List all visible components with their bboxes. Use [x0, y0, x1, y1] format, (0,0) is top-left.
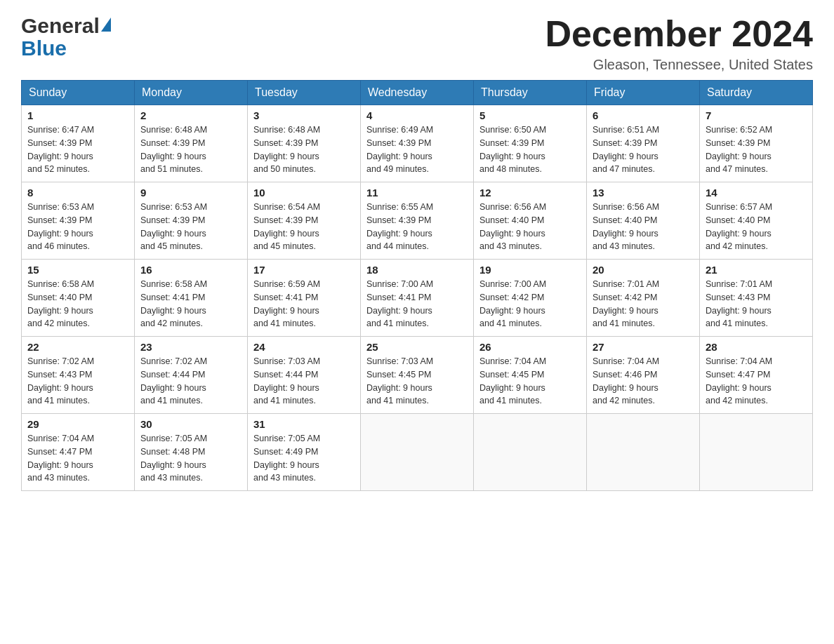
title-section: December 2024 Gleason, Tennessee, United…: [545, 14, 813, 73]
calendar-week-row: 29 Sunrise: 7:04 AMSunset: 4:47 PMDaylig…: [22, 414, 813, 491]
calendar-header-thursday: Thursday: [474, 81, 587, 105]
day-number: 21: [706, 264, 807, 276]
calendar-cell: 6 Sunrise: 6:51 AMSunset: 4:39 PMDayligh…: [587, 105, 700, 182]
day-info: Sunrise: 6:58 AMSunset: 4:40 PMDaylight:…: [27, 279, 94, 328]
day-number: 12: [479, 187, 581, 199]
day-info: Sunrise: 6:55 AMSunset: 4:39 PMDaylight:…: [366, 202, 433, 251]
calendar-cell: 13 Sunrise: 6:56 AMSunset: 4:40 PMDaylig…: [587, 182, 700, 260]
calendar-header-friday: Friday: [587, 81, 700, 105]
page-header: General Blue December 2024 Gleason, Tenn…: [21, 14, 813, 73]
calendar-cell: 14 Sunrise: 6:57 AMSunset: 4:40 PMDaylig…: [700, 182, 813, 260]
calendar-cell: 1 Sunrise: 6:47 AMSunset: 4:39 PMDayligh…: [22, 105, 135, 182]
day-number: 30: [140, 418, 241, 430]
day-info: Sunrise: 6:56 AMSunset: 4:40 PMDaylight:…: [479, 202, 546, 251]
day-info: Sunrise: 7:00 AMSunset: 4:41 PMDaylight:…: [366, 279, 433, 328]
calendar-cell: 18 Sunrise: 7:00 AMSunset: 4:41 PMDaylig…: [361, 260, 474, 337]
logo-triangle-icon: [101, 18, 111, 32]
month-title: December 2024: [545, 14, 813, 54]
calendar-header-saturday: Saturday: [700, 81, 813, 105]
day-info: Sunrise: 7:04 AMSunset: 4:47 PMDaylight:…: [27, 434, 94, 483]
day-number: 24: [253, 341, 355, 353]
day-info: Sunrise: 7:04 AMSunset: 4:46 PMDaylight:…: [593, 356, 659, 405]
calendar-header-sunday: Sunday: [22, 81, 135, 105]
calendar-cell: [474, 414, 587, 491]
calendar-cell: [361, 414, 474, 491]
day-info: Sunrise: 7:05 AMSunset: 4:48 PMDaylight:…: [140, 434, 207, 483]
calendar-cell: 20 Sunrise: 7:01 AMSunset: 4:42 PMDaylig…: [587, 260, 700, 337]
logo-general-text: General: [21, 14, 100, 38]
day-info: Sunrise: 7:00 AMSunset: 4:42 PMDaylight:…: [479, 279, 546, 328]
logo: General Blue: [21, 14, 111, 60]
day-info: Sunrise: 6:48 AMSunset: 4:39 PMDaylight:…: [140, 125, 207, 174]
calendar-cell: 28 Sunrise: 7:04 AMSunset: 4:47 PMDaylig…: [700, 337, 813, 414]
day-number: 9: [140, 187, 241, 199]
day-number: 15: [27, 264, 128, 276]
calendar-cell: 5 Sunrise: 6:50 AMSunset: 4:39 PMDayligh…: [474, 105, 587, 182]
logo-blue-text: Blue: [21, 36, 67, 60]
calendar-cell: 16 Sunrise: 6:58 AMSunset: 4:41 PMDaylig…: [135, 260, 248, 337]
calendar-cell: 31 Sunrise: 7:05 AMSunset: 4:49 PMDaylig…: [248, 414, 361, 491]
calendar-cell: 27 Sunrise: 7:04 AMSunset: 4:46 PMDaylig…: [587, 337, 700, 414]
calendar-cell: 29 Sunrise: 7:04 AMSunset: 4:47 PMDaylig…: [22, 414, 135, 491]
day-info: Sunrise: 6:54 AMSunset: 4:39 PMDaylight:…: [253, 202, 320, 251]
day-number: 25: [366, 341, 468, 353]
day-number: 3: [253, 109, 355, 121]
calendar-header-tuesday: Tuesday: [248, 81, 361, 105]
day-number: 28: [706, 341, 807, 353]
day-number: 18: [366, 264, 468, 276]
calendar-header-wednesday: Wednesday: [361, 81, 474, 105]
day-number: 6: [593, 109, 694, 121]
day-number: 11: [366, 187, 468, 199]
day-number: 7: [706, 109, 807, 121]
day-info: Sunrise: 7:03 AMSunset: 4:45 PMDaylight:…: [366, 356, 433, 405]
day-info: Sunrise: 7:01 AMSunset: 4:43 PMDaylight:…: [706, 279, 772, 328]
calendar-cell: 21 Sunrise: 7:01 AMSunset: 4:43 PMDaylig…: [700, 260, 813, 337]
calendar-cell: 3 Sunrise: 6:48 AMSunset: 4:39 PMDayligh…: [248, 105, 361, 182]
day-info: Sunrise: 7:01 AMSunset: 4:42 PMDaylight:…: [593, 279, 659, 328]
calendar-cell: 30 Sunrise: 7:05 AMSunset: 4:48 PMDaylig…: [135, 414, 248, 491]
calendar-cell: 19 Sunrise: 7:00 AMSunset: 4:42 PMDaylig…: [474, 260, 587, 337]
day-info: Sunrise: 7:05 AMSunset: 4:49 PMDaylight:…: [253, 434, 320, 483]
calendar-cell: 22 Sunrise: 7:02 AMSunset: 4:43 PMDaylig…: [22, 337, 135, 414]
day-number: 1: [27, 109, 128, 121]
day-number: 26: [479, 341, 581, 353]
day-info: Sunrise: 6:48 AMSunset: 4:39 PMDaylight:…: [253, 125, 320, 174]
calendar-week-row: 22 Sunrise: 7:02 AMSunset: 4:43 PMDaylig…: [22, 337, 813, 414]
day-number: 16: [140, 264, 241, 276]
day-info: Sunrise: 6:49 AMSunset: 4:39 PMDaylight:…: [366, 125, 433, 174]
calendar-cell: [587, 414, 700, 491]
day-info: Sunrise: 7:03 AMSunset: 4:44 PMDaylight:…: [253, 356, 320, 405]
day-info: Sunrise: 6:50 AMSunset: 4:39 PMDaylight:…: [479, 125, 546, 174]
day-info: Sunrise: 7:02 AMSunset: 4:43 PMDaylight:…: [27, 356, 94, 405]
day-number: 2: [140, 109, 241, 121]
day-info: Sunrise: 6:56 AMSunset: 4:40 PMDaylight:…: [593, 202, 659, 251]
day-number: 29: [27, 418, 128, 430]
calendar-cell: [700, 414, 813, 491]
calendar-cell: 10 Sunrise: 6:54 AMSunset: 4:39 PMDaylig…: [248, 182, 361, 260]
day-info: Sunrise: 6:57 AMSunset: 4:40 PMDaylight:…: [706, 202, 772, 251]
calendar-cell: 12 Sunrise: 6:56 AMSunset: 4:40 PMDaylig…: [474, 182, 587, 260]
day-info: Sunrise: 7:02 AMSunset: 4:44 PMDaylight:…: [140, 356, 207, 405]
calendar-cell: 15 Sunrise: 6:58 AMSunset: 4:40 PMDaylig…: [22, 260, 135, 337]
calendar-cell: 2 Sunrise: 6:48 AMSunset: 4:39 PMDayligh…: [135, 105, 248, 182]
day-info: Sunrise: 6:59 AMSunset: 4:41 PMDaylight:…: [253, 279, 320, 328]
calendar-cell: 4 Sunrise: 6:49 AMSunset: 4:39 PMDayligh…: [361, 105, 474, 182]
calendar-cell: 7 Sunrise: 6:52 AMSunset: 4:39 PMDayligh…: [700, 105, 813, 182]
day-number: 5: [479, 109, 581, 121]
calendar-cell: 11 Sunrise: 6:55 AMSunset: 4:39 PMDaylig…: [361, 182, 474, 260]
calendar-cell: 24 Sunrise: 7:03 AMSunset: 4:44 PMDaylig…: [248, 337, 361, 414]
calendar-cell: 17 Sunrise: 6:59 AMSunset: 4:41 PMDaylig…: [248, 260, 361, 337]
day-number: 22: [27, 341, 128, 353]
calendar-week-row: 15 Sunrise: 6:58 AMSunset: 4:40 PMDaylig…: [22, 260, 813, 337]
calendar-cell: 9 Sunrise: 6:53 AMSunset: 4:39 PMDayligh…: [135, 182, 248, 260]
day-info: Sunrise: 6:53 AMSunset: 4:39 PMDaylight:…: [140, 202, 207, 251]
day-number: 10: [253, 187, 355, 199]
day-info: Sunrise: 7:04 AMSunset: 4:45 PMDaylight:…: [479, 356, 546, 405]
day-number: 27: [593, 341, 694, 353]
day-info: Sunrise: 6:52 AMSunset: 4:39 PMDaylight:…: [706, 125, 772, 174]
day-number: 14: [706, 187, 807, 199]
calendar-table: SundayMondayTuesdayWednesdayThursdayFrid…: [21, 80, 813, 491]
day-number: 13: [593, 187, 694, 199]
calendar-header-row: SundayMondayTuesdayWednesdayThursdayFrid…: [22, 81, 813, 105]
day-info: Sunrise: 6:47 AMSunset: 4:39 PMDaylight:…: [27, 125, 94, 174]
